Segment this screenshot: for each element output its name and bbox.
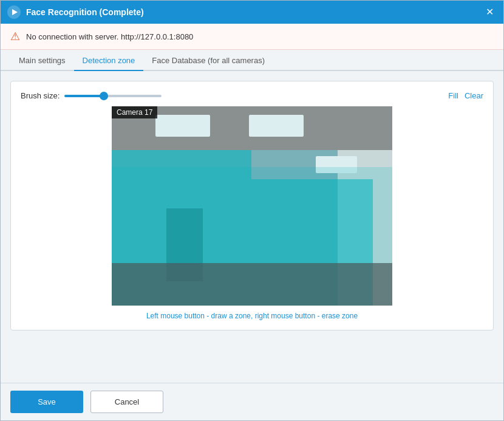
people-area [112,263,392,306]
brush-size-slider[interactable] [64,95,162,97]
app-logo-icon [7,5,21,19]
window-title: Face Recognition (Complete) [26,7,482,17]
tab-main-settings[interactable]: Main settings [10,50,74,71]
ceiling-light-1 [155,115,210,137]
tab-bar: Main settings Detection zone Face Databa… [1,50,503,71]
fill-button[interactable]: Fill [448,91,458,100]
brush-row: Brush size: Fill Clear [21,91,483,100]
clear-button[interactable]: Clear [465,91,483,100]
close-button[interactable]: ✕ [482,5,497,19]
camera-view[interactable]: Camera 17 [112,106,392,306]
detection-panel: Brush size: Fill Clear Camera 17 [10,81,494,330]
save-button[interactable]: Save [10,391,83,413]
warning-icon: ⚠ [10,30,20,43]
fill-clear-links: Fill Clear [448,91,483,100]
main-content: Brush size: Fill Clear Camera 17 [1,71,503,383]
hint-text: Left mouse button - draw a zone, right m… [21,312,483,320]
error-banner: ⚠ No connection with server. http://127.… [1,24,503,50]
footer: Save Cancel [1,383,503,420]
cancel-button[interactable]: Cancel [90,391,163,413]
title-bar: Face Recognition (Complete) ✕ [1,1,503,24]
brush-label: Brush size: [21,91,60,100]
ceiling-light-2 [249,115,304,137]
error-message: No connection with server. http://127.0.… [26,32,193,41]
camera-label: Camera 17 [112,106,157,118]
tab-detection-zone[interactable]: Detection zone [74,50,144,71]
app-window: Face Recognition (Complete) ✕ ⚠ No conne… [0,0,504,421]
tab-face-database[interactable]: Face Database (for all cameras) [143,50,273,71]
